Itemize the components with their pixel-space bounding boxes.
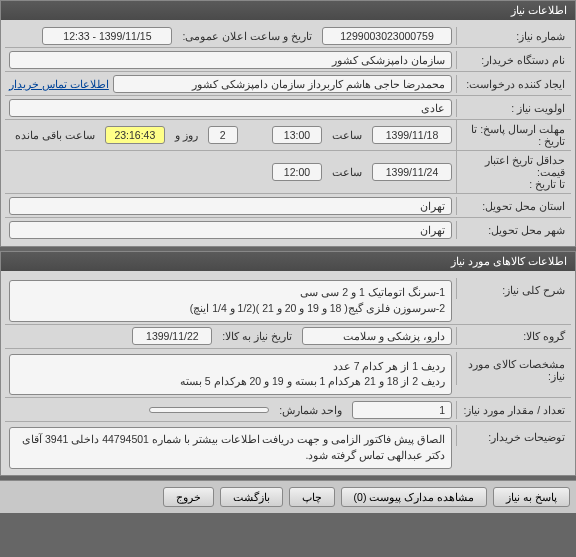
- deadline-time-label: ساعت: [326, 129, 368, 141]
- spec-value: ردیف 1 از هر کدام 7 عدد ردیف 2 از 18 و 2…: [9, 354, 452, 396]
- org-value: سازمان دامپزشکی کشور: [9, 51, 452, 69]
- deadline-date: 1399/11/18: [372, 126, 452, 144]
- row-desc: شرح کلی نیاز: 1-سرنگ اتوماتیک 1 و 2 سی س…: [5, 275, 571, 325]
- row-priority: اولویت نیاز : عادی: [5, 96, 571, 120]
- countdown-timer: 23:16:43: [105, 126, 165, 144]
- row-spec: مشخصات کالای مورد نیاز: ردیف 1 از هر کدا…: [5, 349, 571, 399]
- qty-value: 1: [352, 401, 452, 419]
- deadline-cell: 1399/11/18 ساعت 13:00 2 روز و 23:16:43 س…: [5, 124, 456, 146]
- panel2-body: شرح کلی نیاز: 1-سرنگ اتوماتیک 1 و 2 سی س…: [1, 271, 575, 475]
- group-label: گروه کالا:: [456, 327, 571, 345]
- group-cell: دارو، پزشکی و سلامت تاریخ نیاز به کالا: …: [5, 325, 456, 347]
- qty-cell: 1 واحد شمارش:: [5, 399, 456, 421]
- credit-time-label: ساعت: [326, 166, 368, 178]
- deliver-city-label: شهر محل تحویل:: [456, 221, 571, 239]
- row-creator: ایجاد کننده درخواست: محمدرضا حاجی هاشم ک…: [5, 72, 571, 96]
- row-need-number: شماره نیاز: 1299003023000759 تاریخ و ساع…: [5, 24, 571, 48]
- deliver-province-label: استان محل تحویل:: [456, 197, 571, 215]
- creator-value: محمدرضا حاجی هاشم کاربرداز سازمان دامپزش…: [113, 75, 452, 93]
- desc-cell: 1-سرنگ اتوماتیک 1 و 2 سی سی 2-سرسوزن فلز…: [5, 278, 456, 324]
- row-deliver-city: شهر محل تحویل: تهران: [5, 218, 571, 242]
- remain-label: ساعت باقی مانده: [9, 129, 101, 141]
- spec-label: مشخصات کالای مورد نیاز:: [456, 352, 571, 385]
- deliver-city-value: تهران: [9, 221, 452, 239]
- spec-cell: ردیف 1 از هر کدام 7 عدد ردیف 2 از 18 و 2…: [5, 352, 456, 398]
- credit-time: 12:00: [272, 163, 322, 181]
- goods-info-panel: اطلاعات کالاهای مورد نیاز شرح کلی نیاز: …: [0, 251, 576, 476]
- panel2-title: اطلاعات کالاهای مورد نیاز: [1, 252, 575, 271]
- qty-label: تعداد / مقدار مورد نیاز:: [456, 401, 571, 419]
- print-button[interactable]: چاپ: [289, 487, 335, 507]
- need-number-cell: 1299003023000759 تاریخ و ساعت اعلان عموم…: [5, 25, 456, 47]
- panel1-title: اطلاعات نیاز: [1, 1, 575, 20]
- credit-label2: تا تاریخ :: [529, 178, 565, 190]
- panel1-body: شماره نیاز: 1299003023000759 تاریخ و ساع…: [1, 20, 575, 246]
- desc-value: 1-سرنگ اتوماتیک 1 و 2 سی سی 2-سرسوزن فلز…: [9, 280, 452, 322]
- row-deadline: مهلت ارسال پاسخ: تا تاریخ : 1399/11/18 س…: [5, 120, 571, 151]
- deliver-province-cell: تهران: [5, 195, 456, 217]
- creator-label: ایجاد کننده درخواست:: [456, 75, 571, 93]
- deliver-city-cell: تهران: [5, 219, 456, 241]
- row-group: گروه کالا: دارو، پزشکی و سلامت تاریخ نیا…: [5, 325, 571, 349]
- button-row: پاسخ به نیاز مشاهده مدارک پیوست (0) چاپ …: [0, 480, 576, 513]
- announce-label: تاریخ و ساعت اعلان عمومی:: [176, 30, 318, 42]
- priority-label: اولویت نیاز :: [456, 99, 571, 117]
- notes-value: الصاق پیش فاکتور الزامی و جهت دریافت اطل…: [9, 427, 452, 469]
- exit-button[interactable]: خروج: [163, 487, 214, 507]
- group-value: دارو، پزشکی و سلامت: [302, 327, 452, 345]
- deadline-time: 13:00: [272, 126, 322, 144]
- need-number-label: شماره نیاز:: [456, 27, 571, 45]
- notes-label: توضیحات خریدار:: [456, 425, 571, 446]
- contact-buyer-link[interactable]: اطلاعات تماس خریدار: [9, 78, 109, 90]
- row-org: نام دستگاه خریدار: سازمان دامپزشکی کشور: [5, 48, 571, 72]
- days-remaining: 2: [208, 126, 238, 144]
- desc-label: شرح کلی نیاز:: [456, 278, 571, 299]
- back-button[interactable]: بازگشت: [220, 487, 283, 507]
- announce-value: 1399/11/15 - 12:33: [42, 27, 172, 45]
- row-credit: حداقل تاریخ اعتبار قیمت: تا تاریخ : 1399…: [5, 151, 571, 194]
- deliver-province-value: تهران: [9, 197, 452, 215]
- credit-label: حداقل تاریخ اعتبار قیمت: تا تاریخ :: [456, 151, 571, 193]
- row-deliver-province: استان محل تحویل: تهران: [5, 194, 571, 218]
- creator-cell: محمدرضا حاجی هاشم کاربرداز سازمان دامپزش…: [5, 73, 456, 95]
- row-notes: توضیحات خریدار: الصاق پیش فاکتور الزامی …: [5, 422, 571, 471]
- need-date-label: تاریخ نیاز به کالا:: [216, 330, 298, 342]
- days-label: روز و: [169, 129, 204, 141]
- notes-cell: الصاق پیش فاکتور الزامی و جهت دریافت اطل…: [5, 425, 456, 471]
- priority-value: عادی: [9, 99, 452, 117]
- credit-label1: حداقل تاریخ اعتبار قیمت:: [485, 154, 565, 178]
- priority-cell: عادی: [5, 97, 456, 119]
- deadline-label: مهلت ارسال پاسخ: تا تاریخ :: [456, 120, 571, 150]
- unit-value: [149, 407, 269, 413]
- need-info-panel: اطلاعات نیاز شماره نیاز: 129900302300075…: [0, 0, 576, 247]
- unit-label: واحد شمارش:: [273, 404, 348, 416]
- reply-button[interactable]: پاسخ به نیاز: [493, 487, 570, 507]
- org-label: نام دستگاه خریدار:: [456, 51, 571, 69]
- need-date-value: 1399/11/22: [132, 327, 212, 345]
- row-qty: تعداد / مقدار مورد نیاز: 1 واحد شمارش:: [5, 398, 571, 422]
- need-number-value: 1299003023000759: [322, 27, 452, 45]
- credit-cell: 1399/11/24 ساعت 12:00: [5, 161, 456, 183]
- org-cell: سازمان دامپزشکی کشور: [5, 49, 456, 71]
- view-attachments-button[interactable]: مشاهده مدارک پیوست (0): [341, 487, 488, 507]
- credit-date: 1399/11/24: [372, 163, 452, 181]
